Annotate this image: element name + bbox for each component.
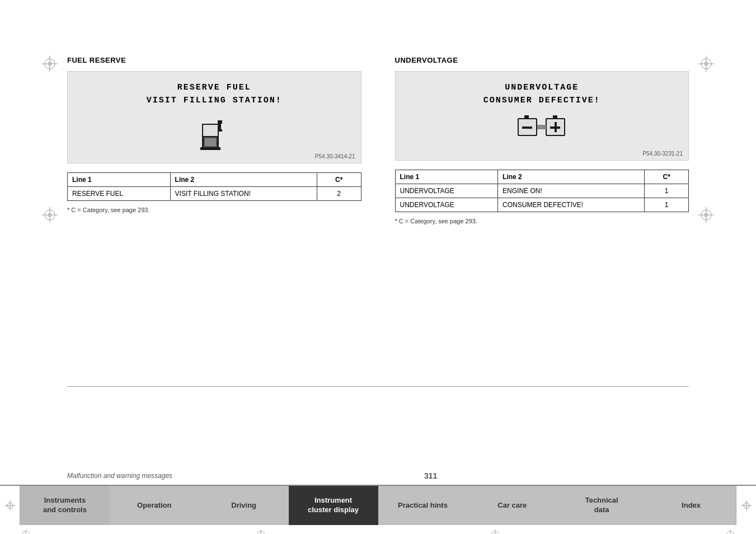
reg-mark-top-left xyxy=(42,56,58,72)
fuel-reserve-display-text: RESERVE FUEL VISIT FILLING STATION! xyxy=(79,82,350,107)
fuel-reserve-footnote: * C = Category, see page 293. xyxy=(67,207,361,213)
page-number: 311 xyxy=(424,471,437,480)
nav-reg-left xyxy=(5,500,15,510)
footer-text: Malfunction and warning messages xyxy=(67,472,172,480)
tab-car-care[interactable]: Car care xyxy=(467,486,557,525)
table-row: RESERVE FUEL VISIT FILLING STATION! 2 xyxy=(68,187,361,201)
svg-rect-31 xyxy=(524,115,529,119)
undervoltage-display: UNDERVOLTAGE CONSUMER DEFECTIVE! xyxy=(395,71,689,161)
two-column-layout: FUEL RESERVE RESERVE FUEL VISIT FILLING … xyxy=(67,56,689,224)
battery-image-area xyxy=(407,113,678,143)
bottom-reg-right xyxy=(725,530,736,534)
fuel-row1-line1: RESERVE FUEL xyxy=(68,187,171,201)
bottom-bar: Malfunction and warning messages 311 Ins… xyxy=(0,467,756,534)
bottom-reg-center-left xyxy=(255,530,266,534)
reg-mark-right-mid xyxy=(698,207,714,223)
under-row2-c: 1 xyxy=(645,198,689,212)
tab-instrument-cluster-label: Instrumentcluster display xyxy=(308,496,359,515)
table-row: UNDERVOLTAGE CONSUMER DEFECTIVE! 1 xyxy=(395,198,689,212)
fuel-reserve-section: FUEL RESERVE RESERVE FUEL VISIT FILLING … xyxy=(67,56,361,224)
tab-driving[interactable]: Driving xyxy=(199,486,289,525)
tab-instruments-label: Instrumentsand controls xyxy=(43,496,87,515)
tab-operation[interactable]: Operation xyxy=(110,486,199,525)
fuel-reserve-image-ref: P54.30-3414-21 xyxy=(315,153,355,160)
tab-index-label: Index xyxy=(682,501,701,510)
undervoltage-section: UNDERVOLTAGE UNDERVOLTAGE CONSUMER DEFEC… xyxy=(395,56,689,224)
undervoltage-image-ref: P54.30-3231-21 xyxy=(642,151,683,157)
tab-technical-data[interactable]: Technicaldata xyxy=(557,486,646,525)
fuel-row1-c: 2 xyxy=(317,187,361,201)
under-row2-line1: UNDERVOLTAGE xyxy=(395,198,498,212)
tab-car-care-label: Car care xyxy=(497,501,527,510)
under-row1-c: 1 xyxy=(645,184,689,198)
nav-left-margin xyxy=(0,486,20,525)
tab-index[interactable]: Index xyxy=(646,486,736,525)
bottom-reg-center xyxy=(490,530,501,534)
page-footer: Malfunction and warning messages 311 xyxy=(0,467,756,485)
tab-practical-hints-label: Practical hints xyxy=(398,501,448,510)
bottom-reg-left xyxy=(20,530,31,534)
under-table-header-c: C* xyxy=(645,170,689,184)
under-table-header-line2: Line 2 xyxy=(498,170,645,184)
tab-driving-label: Driving xyxy=(231,501,256,510)
horizontal-divider xyxy=(67,386,689,387)
under-row1-line2: ENGINE ON! xyxy=(498,184,645,198)
fuel-pump-icon xyxy=(198,113,231,152)
under-table-header-line1: Line 1 xyxy=(395,170,498,184)
fuel-table-header-line1: Line 1 xyxy=(68,173,171,187)
tab-technical-data-label: Technicaldata xyxy=(585,496,618,515)
fuel-table-header-line2: Line 2 xyxy=(170,173,317,187)
svg-rect-20 xyxy=(218,129,222,132)
svg-rect-17 xyxy=(203,125,218,136)
tab-operation-label: Operation xyxy=(137,501,171,510)
battery-icon xyxy=(516,113,567,143)
tab-instruments-and-controls[interactable]: Instrumentsand controls xyxy=(20,486,110,525)
undervoltage-table: Line 1 Line 2 C* UNDERVOLTAGE ENGINE ON!… xyxy=(395,170,689,212)
undervoltage-display-text: UNDERVOLTAGE CONSUMER DEFECTIVE! xyxy=(407,82,678,107)
under-row2-line2: CONSUMER DEFECTIVE! xyxy=(498,198,645,212)
svg-rect-19 xyxy=(219,123,221,130)
fuel-reserve-table: Line 1 Line 2 C* RESERVE FUEL VISIT FILL… xyxy=(67,172,361,201)
svg-rect-21 xyxy=(218,120,222,124)
svg-rect-23 xyxy=(205,138,216,146)
bottom-crosshairs-row xyxy=(0,525,756,534)
undervoltage-title: UNDERVOLTAGE xyxy=(395,56,689,64)
under-row1-line1: UNDERVOLTAGE xyxy=(395,184,498,198)
fuel-row1-line2: VISIT FILLING STATION! xyxy=(170,187,317,201)
nav-tabs: Instrumentsand controls Operation Drivin… xyxy=(0,485,756,525)
svg-rect-33 xyxy=(537,125,546,129)
table-row: UNDERVOLTAGE ENGINE ON! 1 xyxy=(395,184,689,198)
tab-practical-hints[interactable]: Practical hints xyxy=(378,486,468,525)
fuel-reserve-display: RESERVE FUEL VISIT FILLING STATION! xyxy=(67,71,361,163)
svg-rect-30 xyxy=(555,122,557,132)
nav-reg-right xyxy=(741,500,752,510)
main-content: FUEL RESERVE RESERVE FUEL VISIT FILLING … xyxy=(67,34,689,444)
fuel-table-header-c: C* xyxy=(317,173,361,187)
undervoltage-footnote: * C = Category, see page 293. xyxy=(395,218,689,224)
nav-right-margin xyxy=(736,486,756,525)
svg-rect-18 xyxy=(200,147,220,150)
reg-mark-left-mid xyxy=(42,207,58,223)
svg-rect-26 xyxy=(522,127,532,129)
fuel-pump-image-area xyxy=(79,113,350,152)
svg-rect-32 xyxy=(553,115,557,119)
fuel-reserve-title: FUEL RESERVE xyxy=(67,56,361,64)
tab-instrument-cluster-display[interactable]: Instrumentcluster display xyxy=(289,486,378,525)
reg-mark-top-right xyxy=(698,56,714,72)
